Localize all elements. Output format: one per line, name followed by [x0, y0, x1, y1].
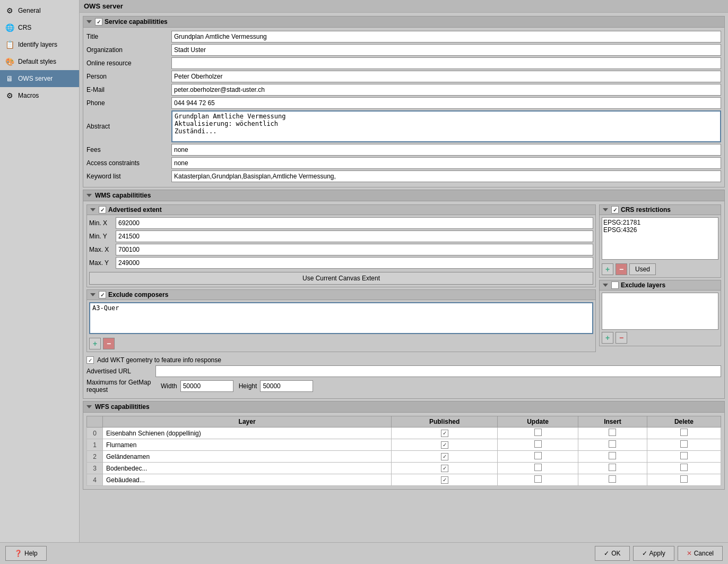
remove-layer-button[interactable]: −: [616, 332, 627, 344]
row-insert[interactable]: [578, 439, 647, 451]
panel-scrollable[interactable]: Service capabilitities Title Organizatio…: [80, 13, 728, 542]
insert-checkbox[interactable]: [609, 475, 616, 483]
exclude-composers-header[interactable]: Exclude composers: [87, 290, 595, 300]
cancel-button[interactable]: ✕ Cancel: [678, 546, 723, 561]
abstract-textarea[interactable]: Grundplan Amtliche Vermessung Aktualisie…: [171, 110, 721, 142]
delete-checkbox[interactable]: [680, 464, 688, 471]
max-y-row: Max. Y: [89, 257, 593, 269]
row-delete[interactable]: [647, 439, 721, 451]
sidebar-item-macros[interactable]: ⚙ Macros: [0, 87, 79, 104]
sidebar-item-ows-server[interactable]: 🖥 OWS server: [0, 70, 79, 87]
title-input[interactable]: [171, 31, 721, 42]
row-insert[interactable]: [578, 451, 647, 463]
use-canvas-extent-button[interactable]: Use Current Canvas Extent: [89, 272, 593, 285]
service-capabilities-header[interactable]: Service capabilitities: [83, 16, 725, 28]
keyword-list-input[interactable]: [171, 170, 721, 182]
access-constraints-input[interactable]: [171, 157, 721, 169]
row-update[interactable]: [497, 463, 578, 474]
main-panel: OWS server Service capabilitities Title: [80, 0, 728, 542]
row-published[interactable]: [392, 439, 498, 451]
update-checkbox[interactable]: [534, 452, 542, 459]
exclude-layers-header[interactable]: Exclude layers: [600, 280, 721, 290]
row-layer: Eisenbahn Schienen (doppellinig): [103, 428, 392, 439]
row-update[interactable]: [497, 439, 578, 451]
crs-restrictions-header[interactable]: CRS restrictions: [600, 205, 721, 215]
row-delete[interactable]: [647, 474, 721, 486]
sidebar-item-label: Default styles: [18, 58, 56, 65]
insert-checkbox[interactable]: [609, 464, 616, 471]
apply-button[interactable]: ✓ Apply: [633, 546, 674, 561]
remove-crs-button[interactable]: −: [616, 263, 627, 275]
add-crs-button[interactable]: +: [602, 263, 613, 275]
exclude-composers-textarea[interactable]: A3-Quer: [89, 302, 593, 334]
delete-checkbox[interactable]: [680, 440, 688, 448]
delete-checkbox[interactable]: [680, 452, 688, 459]
advertised-url-input[interactable]: [155, 365, 721, 377]
update-checkbox[interactable]: [534, 464, 542, 471]
row-delete[interactable]: [647, 428, 721, 439]
col-layer: Layer: [103, 416, 392, 428]
min-y-input[interactable]: [116, 230, 593, 242]
phone-input[interactable]: [171, 97, 721, 109]
wms-capabilities-header[interactable]: WMS capabilitities: [83, 190, 725, 201]
row-published[interactable]: [392, 428, 498, 439]
height-input[interactable]: [260, 380, 313, 392]
crs-list-textarea[interactable]: EPSG:21781 EPSG:4326: [602, 217, 718, 260]
crs-restrictions-checkbox[interactable]: [611, 206, 619, 213]
insert-checkbox[interactable]: [609, 429, 616, 436]
sidebar-item-default-styles[interactable]: 🎨 Default styles: [0, 53, 79, 70]
row-delete[interactable]: [647, 463, 721, 474]
service-capabilities-checkbox[interactable]: [95, 18, 102, 25]
identify-layers-icon: 📋: [4, 39, 15, 50]
row-insert[interactable]: [578, 428, 647, 439]
published-checkbox[interactable]: [441, 430, 448, 437]
max-y-input[interactable]: [116, 257, 593, 269]
add-layer-button[interactable]: +: [602, 332, 613, 344]
published-checkbox[interactable]: [441, 441, 448, 449]
min-x-input[interactable]: [116, 217, 593, 229]
width-group: Width: [161, 380, 233, 392]
sidebar-item-crs[interactable]: 🌐 CRS: [0, 19, 79, 36]
row-update[interactable]: [497, 474, 578, 486]
row-published[interactable]: [392, 474, 498, 486]
update-checkbox[interactable]: [534, 429, 542, 436]
row-insert[interactable]: [578, 463, 647, 474]
row-update[interactable]: [497, 428, 578, 439]
insert-checkbox[interactable]: [609, 440, 616, 448]
row-insert[interactable]: [578, 474, 647, 486]
advertised-extent-checkbox[interactable]: [99, 206, 106, 213]
delete-checkbox[interactable]: [680, 475, 688, 483]
person-input[interactable]: [171, 71, 721, 82]
exclude-composers-checkbox[interactable]: [99, 291, 106, 298]
max-x-input[interactable]: [116, 244, 593, 255]
fees-input[interactable]: [171, 144, 721, 156]
used-button[interactable]: Used: [629, 263, 656, 275]
email-input[interactable]: [171, 84, 721, 96]
add-composer-button[interactable]: +: [89, 338, 101, 349]
delete-checkbox[interactable]: [680, 429, 688, 436]
exclude-layers-checkbox[interactable]: [611, 281, 619, 289]
update-checkbox[interactable]: [534, 440, 542, 448]
update-checkbox[interactable]: [534, 475, 542, 483]
help-button[interactable]: ❓ Help: [5, 546, 47, 561]
advertised-extent-header[interactable]: Advertised extent: [87, 205, 595, 215]
row-delete[interactable]: [647, 451, 721, 463]
wfs-capabilities-header[interactable]: WFS capabilitities: [83, 401, 725, 413]
row-published[interactable]: [392, 451, 498, 463]
published-checkbox[interactable]: [441, 453, 448, 460]
online-resource-input[interactable]: [171, 57, 721, 69]
add-wkt-checkbox[interactable]: [86, 356, 94, 364]
remove-composer-button[interactable]: −: [103, 338, 115, 349]
sidebar-item-identify-layers[interactable]: 📋 Identify layers: [0, 36, 79, 53]
width-input[interactable]: [180, 380, 233, 392]
row-published[interactable]: [392, 463, 498, 474]
ok-button[interactable]: ✓ OK: [595, 546, 629, 561]
insert-checkbox[interactable]: [609, 452, 616, 459]
published-checkbox[interactable]: [441, 465, 448, 472]
organization-input[interactable]: [171, 44, 721, 56]
table-row: 0Eisenbahn Schienen (doppellinig): [87, 428, 721, 439]
published-checkbox[interactable]: [441, 476, 448, 484]
sidebar-item-general[interactable]: ⚙ General: [0, 2, 79, 19]
row-update[interactable]: [497, 451, 578, 463]
crs-restrictions-content: EPSG:21781 EPSG:4326 + − Used: [600, 215, 721, 277]
